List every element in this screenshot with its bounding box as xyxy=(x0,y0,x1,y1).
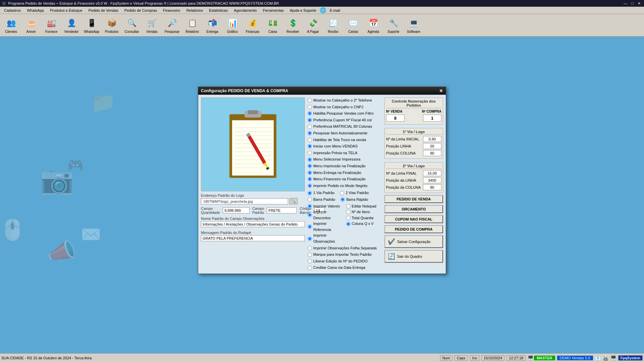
menu-ajuda[interactable]: Ajuda e Suporte xyxy=(287,8,319,13)
opt-telefone-radio[interactable] xyxy=(308,98,312,103)
clipboard-svg xyxy=(219,104,286,185)
opt-cnpj-radio[interactable] xyxy=(308,105,312,109)
toolbar-fornece[interactable]: 🏭 Fornece xyxy=(42,15,61,36)
menu-agendamento[interactable]: Agendamento xyxy=(231,8,260,13)
opt-filtro-radio[interactable] xyxy=(308,111,312,116)
toolbar-software[interactable]: 💻 Software xyxy=(404,15,423,36)
opt-menu-entrega-radio[interactable] xyxy=(308,171,312,175)
opt-modo-negrito-radio[interactable] xyxy=(308,184,312,188)
caixa-label: Caixa xyxy=(268,30,277,34)
logo1-linha-inicial-input[interactable] xyxy=(423,136,441,142)
ctrl-venda-input[interactable] xyxy=(386,115,405,122)
opt-matricial-radio[interactable] xyxy=(308,124,312,129)
logo2-posicao-linha-input[interactable] xyxy=(423,177,441,183)
vendas-label: Vendas xyxy=(146,30,157,34)
menu-pedido-vendas[interactable]: Pedido de Vendas xyxy=(86,8,121,13)
toolbar-cartas[interactable]: ✉️ Cartas xyxy=(343,15,363,36)
endereco-logo-input[interactable] xyxy=(201,198,288,204)
toolbar-relatorio[interactable]: 📋 Relatório xyxy=(182,15,202,36)
opt-editar-notepad-radio[interactable] xyxy=(346,204,351,208)
whatsapp-label: WhatsApp xyxy=(84,30,99,34)
logo1-section: 1ª Via / Logo Nº da Linha INICIAL Posiçã… xyxy=(384,128,443,159)
opt-liberar-num-radio[interactable] xyxy=(308,259,312,263)
opt-imprimir-obs-radio[interactable] xyxy=(308,236,312,241)
pedido-compra-button[interactable]: PEDIDO DE COMPRA xyxy=(384,225,443,233)
opt-2via-radio[interactable] xyxy=(340,191,344,195)
toolbar-agenda[interactable]: 📅 Agenda xyxy=(364,15,383,36)
toolbar-financas[interactable]: 💰 Finanças xyxy=(243,15,262,36)
toolbar-aniver[interactable]: 🎂 Aniver xyxy=(21,15,41,36)
menu-estatisticas[interactable]: Estatísticas xyxy=(206,8,230,13)
opt-menu-vendas-radio[interactable] xyxy=(308,144,312,148)
opt-barra-padrao-radio[interactable] xyxy=(308,197,312,202)
title-controls[interactable]: — □ ✕ xyxy=(622,1,642,6)
toolbar-grafico[interactable]: 📊 Gráfico xyxy=(223,15,242,36)
menu-whatsapp[interactable]: WhatsApp xyxy=(24,8,47,13)
opt-num-itens-label: Nº de Itens xyxy=(352,209,370,215)
toolbar-vendedor[interactable]: 👤 Vendedor xyxy=(62,15,81,36)
toolbar-receber[interactable]: 💲 Receber xyxy=(283,15,303,36)
toolbar-vendas[interactable]: 🛒 Vendas xyxy=(142,15,162,36)
toolbar-clientes[interactable]: 👥 Clientes xyxy=(1,15,21,36)
toolbar-suporte[interactable]: 🔧 Suporte xyxy=(384,15,403,36)
logo2-linha-final-input[interactable] xyxy=(423,170,441,176)
toolbar-entrega[interactable]: 📬 Entrega xyxy=(203,15,222,36)
opt-total-quantia-radio[interactable] xyxy=(346,216,351,220)
logo1-linha-inicial-row: Nº da Linha INICIAL xyxy=(386,136,441,142)
opt-menu-financeiro-radio[interactable] xyxy=(308,177,312,181)
opt-coluna-qxv-radio[interactable] xyxy=(346,222,351,226)
campo-quantidade-input[interactable] xyxy=(223,207,250,214)
sair-quadro-button[interactable]: 🔄 Sair do Quadro xyxy=(384,250,443,263)
toolbar-recibo[interactable]: 🧾 Recibo xyxy=(323,15,343,36)
orcamento-button[interactable]: ORCAMENTO xyxy=(384,205,443,213)
opt-menu-impressao-radio[interactable] xyxy=(308,164,312,168)
opt-imprimir-valores-radio[interactable] xyxy=(308,204,312,208)
minimize-button[interactable]: — xyxy=(622,1,629,6)
logo1-posicao-linha-input[interactable] xyxy=(423,143,441,149)
opt-barra-rapido-radio[interactable] xyxy=(340,197,345,202)
toolbar-consultar[interactable]: 🔍 Consultar xyxy=(122,15,142,36)
menu-pedido-compras[interactable]: Pedido de Compras xyxy=(122,8,160,13)
opt-num-itens-radio[interactable] xyxy=(346,210,351,214)
modal-close-button[interactable]: ✕ xyxy=(439,88,443,94)
opt-1via-radio[interactable] xyxy=(308,191,312,195)
menu-cadastros[interactable]: Cadastros xyxy=(1,8,23,13)
campo-padrao-input[interactable] xyxy=(267,207,297,214)
obs-input[interactable] xyxy=(201,221,305,227)
menu-email[interactable]: E-mail xyxy=(327,8,343,13)
menu-relatorios[interactable]: Relatórios xyxy=(183,8,206,13)
opt-creditar-caixa-radio[interactable] xyxy=(308,265,312,270)
close-button[interactable]: ✕ xyxy=(636,1,642,6)
opt-importar-texto-radio[interactable] xyxy=(308,252,312,257)
opt-menu-financeiro: Menu Financeiro na Finalização xyxy=(308,176,382,182)
opt-pesquisar-auto-radio[interactable] xyxy=(308,131,312,135)
opt-troco-radio[interactable] xyxy=(308,138,312,142)
help-icon[interactable]: 🌐 xyxy=(320,7,326,13)
clientes-label: Clientes xyxy=(5,30,17,34)
salvar-config-button[interactable]: ✔️ Salvar Configuração xyxy=(384,235,443,248)
toolbar-whatsapp[interactable]: 📱 WhatsApp xyxy=(82,15,101,36)
menu-ferramentas[interactable]: Ferramentas xyxy=(260,8,286,13)
opt-cnpj-label: Mostrar no Cabeçalho o CNPJ xyxy=(313,104,363,110)
cupom-nao-fiscal-button[interactable]: CUPOM NAO FISCAL xyxy=(384,215,443,223)
opt-obs-folha-radio[interactable] xyxy=(308,246,312,250)
opt-imprimir-referencia-radio[interactable] xyxy=(308,225,312,229)
opt-cupom-radio[interactable] xyxy=(308,118,312,122)
toolbar-produtos[interactable]: 📦 Produtos xyxy=(102,15,121,36)
ctrl-compra-input[interactable] xyxy=(423,115,441,122)
rodape-input[interactable] xyxy=(201,235,305,241)
maximize-button[interactable]: □ xyxy=(630,1,635,6)
opt-imprimir-descontos-radio[interactable] xyxy=(308,213,312,217)
opt-impressao-previa-radio[interactable] xyxy=(308,151,312,155)
menu-produtos[interactable]: Produtos e Estoque xyxy=(47,8,85,13)
toolbar-pesquisar[interactable]: 🔎 Pesquisar xyxy=(162,15,182,36)
toolbar-apagar[interactable]: 💸 A Pagar xyxy=(303,15,323,36)
browse-logo-button[interactable]: 🔍 xyxy=(289,198,298,204)
opt-menu-impressora-radio[interactable] xyxy=(308,157,312,162)
menu-financeiro[interactable]: Financeiro xyxy=(160,8,183,13)
logo2-posicao-coluna-input[interactable] xyxy=(423,184,441,190)
logo1-posicao-coluna-input[interactable] xyxy=(423,150,441,156)
toolbar-caixa[interactable]: 💵 Caixa xyxy=(263,15,282,36)
pedido-venda-button[interactable]: PEDIDO DE VENDA xyxy=(384,195,443,203)
ctrl-values-row xyxy=(386,115,441,122)
